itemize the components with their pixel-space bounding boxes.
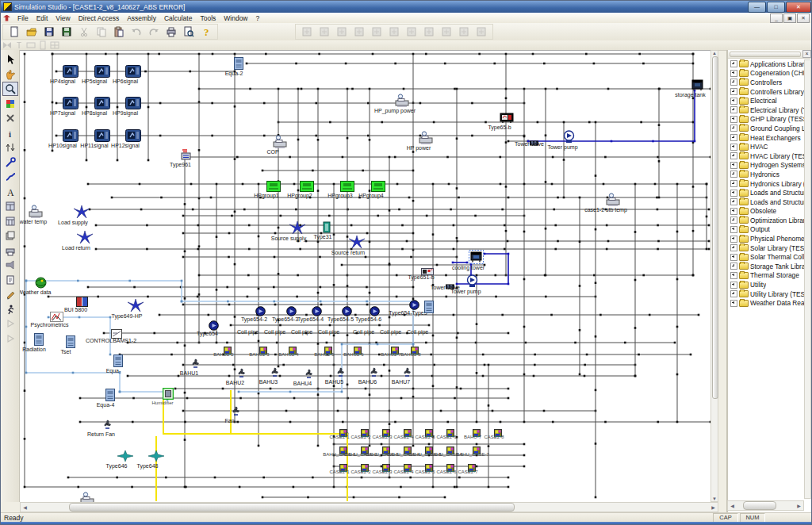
component-equa-[interactable]: Equa-	[113, 354, 123, 370]
component-controlbams1-2[interactable]: CONTROLBAMS1-2	[111, 328, 122, 342]
component-bahu3[interactable]: BAHU3	[269, 366, 281, 381]
tree-item-utility[interactable]: Utility	[729, 280, 805, 289]
component-type31[interactable]: Type31	[323, 221, 331, 236]
scroll-right-icon[interactable]: ▶	[709, 504, 718, 510]
expand-icon[interactable]	[730, 208, 737, 215]
tree-item-ghp-library-tess[interactable]: GHP Library (TESS)	[729, 115, 805, 125]
expand-icon[interactable]	[730, 134, 737, 141]
expand-icon[interactable]	[730, 300, 737, 307]
component-hp6signal[interactable]: HP6signal	[125, 65, 141, 81]
zoom-tool[interactable]	[2, 82, 18, 96]
feedback-tool[interactable]	[2, 258, 18, 272]
menu-file[interactable]: File	[13, 13, 33, 23]
save-project-icon[interactable]	[58, 24, 75, 40]
component-hp-power[interactable]: HP power	[419, 131, 433, 148]
component-coil-pipe[interactable]: Coil pipe	[264, 329, 285, 335]
tree-item-controllers-library-tess[interactable]: Controllers Library (TESS)	[729, 87, 805, 97]
component-bahu1[interactable]: BAHU1	[190, 357, 201, 373]
component-bahu-case-7[interactable]: BAHU_CASE-7	[473, 443, 481, 458]
expand-icon[interactable]	[730, 88, 737, 95]
component-coil-pipe[interactable]: Coil pipe	[407, 329, 428, 335]
component-coil-pipe[interactable]: Coil pipe	[237, 329, 259, 335]
page-icon[interactable]	[36, 41, 48, 50]
canvas-vertical-scrollbar[interactable]: ▲ ▼	[710, 50, 718, 502]
component-equa-4[interactable]: Equa-4	[105, 389, 115, 404]
component-type654-type3[interactable]: Type654-Type3	[408, 299, 420, 313]
tree-item-hydronics-library-tess[interactable]: Hydronics Library (TESS)	[729, 179, 805, 189]
expand-icon[interactable]	[730, 116, 737, 123]
component-source-return[interactable]: Source return	[348, 235, 366, 252]
palette-tool[interactable]	[2, 97, 18, 111]
scroll-left-icon[interactable]: ◀	[21, 504, 29, 510]
tree-item-thermal-storage[interactable]: Thermal Storage	[729, 271, 805, 281]
expand-icon[interactable]	[730, 236, 737, 243]
tree-item-solar-thermal-collectors[interactable]: Solar Thermal Collectors	[729, 252, 805, 262]
restore-button[interactable]: □	[767, 2, 785, 13]
mdi-restore-button[interactable]: ▣	[783, 13, 796, 23]
component-weather-data[interactable]: Weather data	[35, 277, 47, 292]
expand-icon[interactable]	[730, 254, 737, 261]
menu-window[interactable]: Window	[220, 13, 251, 23]
component-type649-hp[interactable]: Type649-HP	[127, 298, 144, 316]
scroll-down-icon[interactable]: ▼	[711, 496, 718, 501]
expand-icon[interactable]	[730, 125, 737, 132]
component-tower-pump[interactable]: Tower pump	[563, 130, 575, 147]
component-type651-b[interactable]: Type651-b	[421, 265, 434, 279]
expand-icon[interactable]	[730, 144, 737, 151]
bowtie-icon[interactable]	[1, 41, 13, 50]
menu-tools[interactable]: Tools	[196, 13, 220, 23]
tree-item-controllers[interactable]: Controllers	[729, 78, 805, 87]
component-equa-2[interactable]: Equa-2	[234, 57, 243, 73]
component-coil-pipe[interactable]: Coil pipe	[318, 329, 339, 335]
component-case1-2-stb-temp[interactable]: case1-2 stb temp	[606, 193, 620, 209]
tree-item-electrical-library-tess[interactable]: Electrical Library (TESS)	[729, 105, 805, 115]
note-tool[interactable]	[2, 273, 18, 287]
expand-icon[interactable]	[730, 98, 737, 105]
component-storage-tank[interactable]: storage tank	[691, 79, 704, 94]
text-tool[interactable]: A	[2, 185, 18, 199]
open-file-icon[interactable]	[23, 24, 40, 40]
component-load-supply[interactable]: Load supply	[73, 205, 90, 222]
menu-view[interactable]: View	[52, 13, 74, 23]
component-hp9signal[interactable]: HP9signal	[125, 97, 141, 113]
tree-item-loads-and-structures-tess[interactable]: Loads and Structures (TESS)	[729, 197, 805, 207]
panel-grip[interactable]	[730, 52, 801, 57]
print-preview-icon[interactable]	[180, 24, 197, 40]
expand-icon[interactable]	[730, 162, 737, 169]
component-bahu2-8[interactable]: BAHU2-8	[411, 343, 419, 358]
tree-item-output[interactable]: Output	[729, 225, 805, 235]
tree-item-loads-and-structures[interactable]: Loads and Structures	[729, 188, 805, 197]
window-tool-2[interactable]	[2, 214, 18, 228]
grid-icon[interactable]	[48, 41, 60, 50]
tree-item-applications-library-tess[interactable]: Applications Library (TESS)	[729, 59, 805, 69]
expand-icon[interactable]	[730, 60, 737, 67]
print-icon[interactable]	[163, 24, 180, 40]
tree-item-heat-exchangers[interactable]: Heat Exchangers	[729, 133, 805, 143]
tree-item-obsolete[interactable]: Obsolete	[729, 207, 805, 217]
panel-scroll-right-icon[interactable]: ▶	[795, 503, 803, 508]
component-cooling-tower[interactable]: cooling tower	[469, 250, 484, 267]
component-case2-8[interactable]: CASE2-8	[494, 426, 502, 440]
component-box-blue[interactable]	[424, 301, 434, 316]
component-bahu7[interactable]: BAHU7	[401, 366, 413, 381]
panel-scroll-left-icon[interactable]: ◀	[728, 503, 737, 508]
component-hp-water-temp[interactable]: HP water temp	[29, 205, 43, 221]
component-fan[interactable]: Fan	[230, 404, 242, 420]
expand-icon[interactable]	[730, 106, 737, 113]
reorder-tool[interactable]	[2, 140, 18, 155]
component-radiation[interactable]: Radiation	[34, 333, 44, 349]
component-return-fan[interactable]: Return Fan	[102, 418, 113, 434]
window-tool-1[interactable]	[2, 199, 18, 213]
layers-tool[interactable]	[2, 228, 18, 243]
pen-tool[interactable]	[2, 287, 18, 301]
component-type654-6[interactable]: Type654-6	[369, 305, 381, 320]
component-hp-pump-power[interactable]: HP_pump power	[395, 94, 409, 110]
minimize-button[interactable]: —	[748, 2, 766, 13]
paste-icon[interactable]	[110, 24, 128, 40]
run-tool[interactable]	[2, 302, 18, 316]
small-box-icon[interactable]	[25, 41, 36, 50]
text-tool-icon[interactable]: T	[13, 41, 25, 50]
pan-tool[interactable]	[2, 67, 18, 82]
info-tool[interactable]: i	[2, 126, 18, 140]
expand-icon[interactable]	[730, 244, 737, 251]
